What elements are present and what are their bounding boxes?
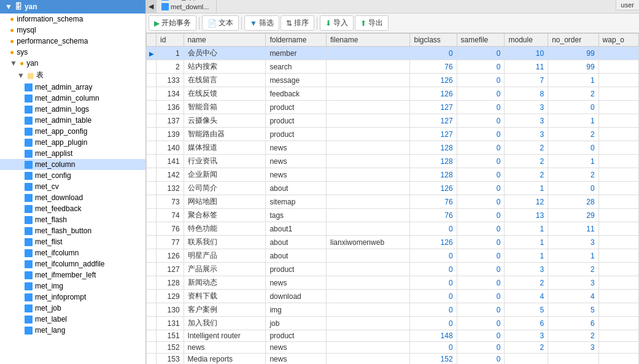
col-header-filename[interactable]: filename xyxy=(327,34,410,47)
table-row[interactable]: 151Intelligent routerproduct148032 xyxy=(147,330,639,342)
sidebar-table-met_admin_logs[interactable]: met_admin_logs xyxy=(0,104,145,115)
table-row[interactable]: 134在线反馈feedback126082 xyxy=(147,87,639,101)
table-label: met_cv xyxy=(35,182,59,191)
sidebar-table-met_config[interactable]: met_config xyxy=(0,170,145,181)
table-icon xyxy=(25,227,33,235)
sidebar-item-performance_schema[interactable]: ● performance_schema xyxy=(0,36,145,47)
sidebar-item-mysql[interactable]: ● mysql xyxy=(0,25,145,36)
table-row[interactable]: 77联系我们aboutlianxiwomenweb126013 xyxy=(147,236,639,249)
table-row[interactable]: 141行业资讯news128021 xyxy=(147,155,639,168)
cell-id: 129 xyxy=(157,290,184,303)
tables-label: 表 xyxy=(36,70,44,80)
col-header-samefile[interactable]: samefile xyxy=(457,34,505,47)
cell-filename xyxy=(327,222,410,236)
sidebar-root[interactable]: ▼ 🗄 yan xyxy=(0,0,145,14)
table-row[interactable]: 74聚合标签tags7601329 xyxy=(147,209,639,222)
table-row[interactable]: 2站内搜索search7601199 xyxy=(147,60,639,74)
sidebar-tables-group[interactable]: ▼ ▦ 表 xyxy=(0,69,145,82)
sidebar-table-met_download[interactable]: met_download xyxy=(0,192,145,203)
col-header-no_order[interactable]: no_order xyxy=(548,34,598,47)
col-header-name[interactable]: name xyxy=(184,34,266,47)
sidebar-table-met_infoprompt[interactable]: met_infoprompt xyxy=(0,292,145,303)
table-row[interactable]: 140媒体报道news128020 xyxy=(147,141,639,155)
filter-button[interactable]: ▼ 筛选 xyxy=(244,15,279,31)
table-row[interactable]: 137云摄像头product127031 xyxy=(147,114,639,128)
row-marker xyxy=(147,209,157,222)
cell-name: 在线留言 xyxy=(184,74,266,87)
cell-foldername: sitemap xyxy=(266,195,327,209)
table-row[interactable]: 126明星产品about0011 xyxy=(147,249,639,263)
table-label: met_feedback xyxy=(35,204,81,213)
sidebar-table-met_flash_button[interactable]: met_flash_button xyxy=(0,225,145,236)
table-row[interactable]: 136智能音箱product127030 xyxy=(147,101,639,114)
sidebar-table-met_cv[interactable]: met_cv xyxy=(0,181,145,192)
col-header-id[interactable]: id xyxy=(157,34,184,47)
cell-bigclass: 126 xyxy=(410,182,457,195)
sidebar-table-met_applist[interactable]: met_applist xyxy=(0,148,145,159)
col-header-module[interactable]: module xyxy=(505,34,548,47)
table-row[interactable]: ▶1会员中心member001099 xyxy=(147,47,639,60)
col-header-wap_o[interactable]: wap_o xyxy=(598,34,638,47)
user-label: user xyxy=(621,1,634,9)
import-button[interactable]: ⬇ 导入 xyxy=(320,15,354,31)
sidebar-table-met_app_config[interactable]: met_app_config xyxy=(0,126,145,137)
table-row[interactable]: 76特色功能about100111 xyxy=(147,222,639,236)
sidebar-table-met_admin_array[interactable]: met_admin_array xyxy=(0,82,145,93)
sidebar-item-information_schema[interactable]: ● information_schema xyxy=(0,14,145,25)
cell-samefile: 0 xyxy=(457,330,505,342)
sidebar-table-met_lang[interactable]: met_lang xyxy=(0,325,145,336)
cell-foldername: about xyxy=(266,249,327,263)
sidebar-table-met_flist[interactable]: met_flist xyxy=(0,236,145,247)
table-row[interactable]: 131加入我们job0066 xyxy=(147,317,639,330)
text-button[interactable]: 📄 文本 xyxy=(202,15,239,31)
table-row[interactable]: 142企业新闻news128022 xyxy=(147,168,639,182)
sidebar-table-met_ifcolumn[interactable]: met_ifcolumn xyxy=(0,247,145,258)
toolbar-sep-1 xyxy=(199,17,199,29)
table-row[interactable]: 133在线留言message126071 xyxy=(147,74,639,87)
cell-samefile: 0 xyxy=(457,342,505,354)
sidebar-table-met_column[interactable]: met_column xyxy=(0,159,145,170)
sidebar-table-met_feedback[interactable]: met_feedback xyxy=(0,203,145,214)
sidebar-table-met_app_plugin[interactable]: met_app_plugin xyxy=(0,137,145,148)
cell-module: 12 xyxy=(505,195,548,209)
sidebar-table-met_admin_table[interactable]: met_admin_table xyxy=(0,115,145,126)
tab-icon xyxy=(161,3,169,10)
tab-nav-prev[interactable]: ◀ xyxy=(146,0,157,13)
sidebar-table-met_admin_column[interactable]: met_admin_column xyxy=(0,93,145,104)
table-row[interactable]: 127产品展示product0032 xyxy=(147,263,639,276)
start-transaction-button[interactable]: ▶ 开始事务 xyxy=(149,15,196,31)
table-row[interactable]: 132公司简介about126010 xyxy=(147,182,639,195)
sidebar-table-met_flash[interactable]: met_flash xyxy=(0,214,145,225)
tab-3[interactable]: met_downl... xyxy=(157,2,217,12)
cell-bigclass: 127 xyxy=(410,101,457,114)
table-row[interactable]: 130客户案例img0055 xyxy=(147,303,639,317)
col-header-bigclass[interactable]: bigclass xyxy=(410,34,457,47)
sidebar-item-sys[interactable]: ● sys xyxy=(0,47,145,58)
table-label: met_job xyxy=(35,304,61,312)
cell-id: 137 xyxy=(157,114,184,128)
table-label: met_column xyxy=(35,160,75,169)
cell-bigclass: 76 xyxy=(410,195,457,209)
table-row[interactable]: 139智能路由器product127032 xyxy=(147,128,639,141)
sidebar-table-met_ifcolumn_addfile[interactable]: met_ifcolumn_addfile xyxy=(0,258,145,269)
table-row[interactable]: 128新闻动态news0023 xyxy=(147,276,639,290)
cell-name: Intelligent router xyxy=(184,330,266,342)
export-button[interactable]: ⬆ 导出 xyxy=(355,15,389,31)
sidebar-item-yan[interactable]: ▼ ● yan xyxy=(0,58,145,69)
col-header-foldername[interactable]: foldername xyxy=(266,34,327,47)
sidebar-table-met_job[interactable]: met_job xyxy=(0,303,145,314)
sidebar-table-met_img[interactable]: met_img xyxy=(0,281,145,292)
table-row[interactable]: 153Media reportsnews1520 xyxy=(147,354,639,365)
table-label: met_admin_table xyxy=(35,116,91,125)
table-row[interactable]: 73网站地图sitemap7601228 xyxy=(147,195,639,209)
cell-bigclass: 0 xyxy=(410,263,457,276)
sidebar-table-met_ifmember_left[interactable]: met_ifmember_left xyxy=(0,269,145,281)
sidebar-table-met_label[interactable]: met_label xyxy=(0,314,145,325)
cell-name: 聚合标签 xyxy=(184,209,266,222)
cell-no_order: 0 xyxy=(548,182,598,195)
cell-id: 153 xyxy=(157,354,184,365)
cell-no_order: 2 xyxy=(548,128,598,141)
table-row[interactable]: 129资料下载download0044 xyxy=(147,290,639,303)
table-row[interactable]: 152newsnews0023 xyxy=(147,342,639,354)
sort-button[interactable]: ⇅ 排序 xyxy=(281,15,314,31)
